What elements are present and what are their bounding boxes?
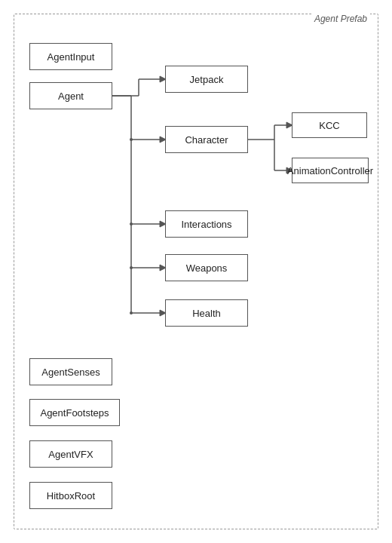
prefab-label: Agent Prefab bbox=[311, 14, 370, 24]
node-agentvfx: AgentVFX bbox=[29, 440, 112, 468]
node-animationcontroller: AnimationController bbox=[292, 158, 369, 183]
svg-point-17 bbox=[130, 311, 133, 314]
diagram-canvas: Agent Prefab AgentInput Agent Jetpack Ch… bbox=[0, 0, 392, 543]
node-interactions: Interactions bbox=[165, 210, 248, 238]
node-kcc: KCC bbox=[292, 112, 367, 138]
node-character: Character bbox=[165, 126, 248, 153]
node-weapons: Weapons bbox=[165, 254, 248, 281]
svg-point-8 bbox=[130, 138, 133, 141]
svg-point-14 bbox=[130, 266, 133, 269]
node-agentsenses: AgentSenses bbox=[29, 358, 112, 385]
node-hitboxroot: HitboxRoot bbox=[29, 482, 112, 509]
node-agentinput: AgentInput bbox=[29, 43, 112, 70]
prefab-container: Agent Prefab AgentInput Agent Jetpack Ch… bbox=[14, 14, 378, 529]
svg-point-11 bbox=[130, 222, 133, 225]
node-agentfootsteps: AgentFootsteps bbox=[29, 399, 120, 426]
node-health: Health bbox=[165, 299, 248, 327]
node-agent: Agent bbox=[29, 82, 112, 109]
node-jetpack: Jetpack bbox=[165, 66, 248, 93]
